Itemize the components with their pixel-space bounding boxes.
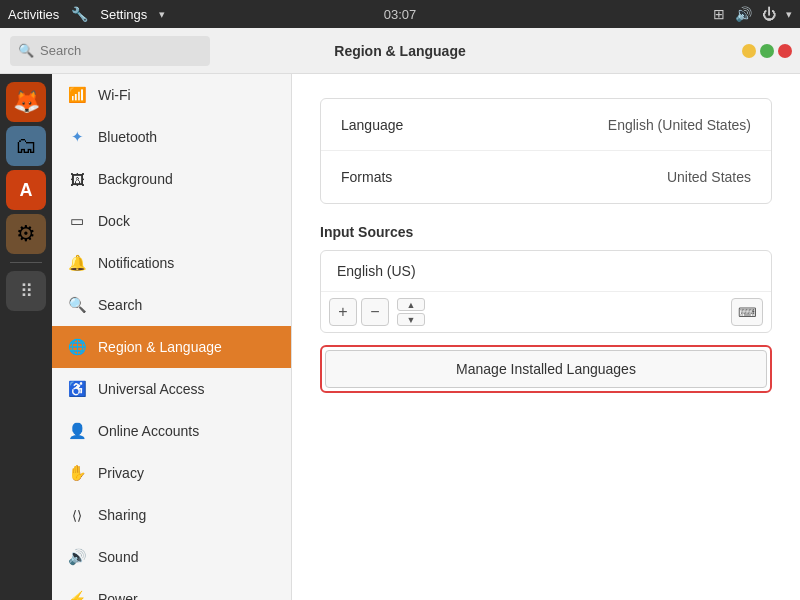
sidebar-item-bluetooth[interactable]: ✦ Bluetooth xyxy=(52,116,291,158)
universal-access-icon: ♿ xyxy=(68,380,86,398)
window-title: Region & Language xyxy=(334,43,465,59)
content-area: 🦊 🗂 A ⚙ ⠿ 📶 Wi-Fi ✦ Blueto xyxy=(0,74,800,600)
formats-value: United States xyxy=(667,169,751,185)
application-dock: 🦊 🗂 A ⚙ ⠿ xyxy=(0,74,52,600)
dropdown-arrow-icon: ▾ xyxy=(159,8,165,21)
window-controls: ─ □ ✕ xyxy=(742,44,792,58)
topbar-right: ⊞ 🔊 ⏻ ▾ xyxy=(713,6,792,22)
notifications-icon: 🔔 xyxy=(68,254,86,272)
sidebar-item-background[interactable]: 🖼 Background xyxy=(52,158,291,200)
search-sidebar-icon: 🔍 xyxy=(68,296,86,314)
language-value: English (United States) xyxy=(608,117,751,133)
titlebar: 🔍 Region & Language ─ □ ✕ xyxy=(0,28,800,74)
sidebar-label-background: Background xyxy=(98,171,173,187)
topbar-clock: 03:07 xyxy=(384,7,417,22)
language-row[interactable]: Language English (United States) xyxy=(321,99,771,151)
sidebar-item-dock[interactable]: ▭ Dock xyxy=(52,200,291,242)
manage-languages-wrapper: Manage Installed Languages xyxy=(320,345,772,393)
move-up-button[interactable]: ▲ xyxy=(397,298,425,311)
settings-gear-icon: ⚙ xyxy=(16,221,36,247)
search-icon: 🔍 xyxy=(18,43,34,58)
sidebar-item-region[interactable]: 🌐 Region & Language xyxy=(52,326,291,368)
remove-input-source-button[interactable]: − xyxy=(361,298,389,326)
online-accounts-icon: 👤 xyxy=(68,422,86,440)
language-formats-card: Language English (United States) Formats… xyxy=(320,98,772,204)
sidebar-label-universal-access: Universal Access xyxy=(98,381,205,397)
sidebar-label-notifications: Notifications xyxy=(98,255,174,271)
sidebar-item-online-accounts[interactable]: 👤 Online Accounts xyxy=(52,410,291,452)
wifi-icon: 📶 xyxy=(68,86,86,104)
dock-separator xyxy=(10,262,42,263)
activities-button[interactable]: Activities xyxy=(8,7,59,22)
sidebar-item-privacy[interactable]: ✋ Privacy xyxy=(52,452,291,494)
manage-installed-languages-button[interactable]: Manage Installed Languages xyxy=(325,350,767,388)
app-name-label[interactable]: Settings xyxy=(100,7,147,22)
maximize-button[interactable]: □ xyxy=(760,44,774,58)
network-icon: ⊞ xyxy=(713,6,725,22)
power-icon: ⏻ xyxy=(762,6,776,22)
dock-icon-files[interactable]: 🗂 xyxy=(6,126,46,166)
sidebar-item-universal-access[interactable]: ♿ Universal Access xyxy=(52,368,291,410)
apps-grid-icon: ⠿ xyxy=(20,280,33,302)
power-sidebar-icon: ⚡ xyxy=(68,590,86,600)
add-input-source-button[interactable]: + xyxy=(329,298,357,326)
privacy-icon: ✋ xyxy=(68,464,86,482)
sidebar-item-wifi[interactable]: 📶 Wi-Fi xyxy=(52,74,291,116)
bluetooth-icon: ✦ xyxy=(68,128,86,146)
sidebar-label-privacy: Privacy xyxy=(98,465,144,481)
input-sources-card: English (US) + − ▲ ▼ ⌨ xyxy=(320,250,772,333)
sidebar-label-sound: Sound xyxy=(98,549,138,565)
close-button[interactable]: ✕ xyxy=(778,44,792,58)
sound-icon: 🔊 xyxy=(68,548,86,566)
sidebar-label-online-accounts: Online Accounts xyxy=(98,423,199,439)
sidebar-item-notifications[interactable]: 🔔 Notifications xyxy=(52,242,291,284)
formats-label: Formats xyxy=(341,169,392,185)
topbar-left: Activities 🔧 Settings ▾ xyxy=(8,6,165,22)
sidebar-item-sound[interactable]: 🔊 Sound xyxy=(52,536,291,578)
formats-row[interactable]: Formats United States xyxy=(321,151,771,203)
sidebar-label-region: Region & Language xyxy=(98,339,222,355)
sidebar-item-search[interactable]: 🔍 Search xyxy=(52,284,291,326)
sidebar-item-power[interactable]: ⚡ Power xyxy=(52,578,291,600)
dock-icon-settings[interactable]: ⚙ xyxy=(6,214,46,254)
background-icon: 🖼 xyxy=(68,170,86,188)
region-icon: 🌐 xyxy=(68,338,86,356)
volume-icon: 🔊 xyxy=(735,6,752,22)
firefox-icon: 🦊 xyxy=(13,89,40,115)
sidebar-label-power: Power xyxy=(98,591,138,600)
input-source-english-us[interactable]: English (US) xyxy=(321,251,771,291)
app-window: 🔍 Region & Language ─ □ ✕ 🦊 🗂 A ⚙ xyxy=(0,28,800,600)
dock-icon-sidebar: ▭ xyxy=(68,212,86,230)
main-settings-panel: Language English (United States) Formats… xyxy=(292,74,800,600)
dock-icon-apps[interactable]: ⠿ xyxy=(6,271,46,311)
topbar-arrow-icon: ▾ xyxy=(786,8,792,21)
topbar-icon: 🔧 xyxy=(71,6,88,22)
dock-icon-appstore[interactable]: A xyxy=(6,170,46,210)
system-topbar: Activities 🔧 Settings ▾ 03:07 ⊞ 🔊 ⏻ ▾ xyxy=(0,0,800,28)
sharing-icon: ⟨⟩ xyxy=(68,506,86,524)
dock-icon-firefox[interactable]: 🦊 xyxy=(6,82,46,122)
sidebar-label-search: Search xyxy=(98,297,142,313)
language-label: Language xyxy=(341,117,403,133)
files-icon: 🗂 xyxy=(15,133,37,159)
sidebar-item-sharing[interactable]: ⟨⟩ Sharing xyxy=(52,494,291,536)
arrow-controls: ▲ ▼ xyxy=(397,298,425,326)
input-sources-title: Input Sources xyxy=(320,224,772,240)
sidebar-label-wifi: Wi-Fi xyxy=(98,87,131,103)
minimize-button[interactable]: ─ xyxy=(742,44,756,58)
move-down-button[interactable]: ▼ xyxy=(397,313,425,326)
keyboard-settings-button[interactable]: ⌨ xyxy=(731,298,763,326)
titlebar-search-box[interactable]: 🔍 xyxy=(10,36,210,66)
sidebar-label-bluetooth: Bluetooth xyxy=(98,129,157,145)
settings-sidebar: 📶 Wi-Fi ✦ Bluetooth 🖼 Background ▭ Dock … xyxy=(52,74,292,600)
appstore-icon: A xyxy=(20,180,33,201)
sidebar-label-dock: Dock xyxy=(98,213,130,229)
search-input[interactable] xyxy=(40,43,202,58)
input-source-controls: + − ▲ ▼ ⌨ xyxy=(321,291,771,332)
sidebar-label-sharing: Sharing xyxy=(98,507,146,523)
